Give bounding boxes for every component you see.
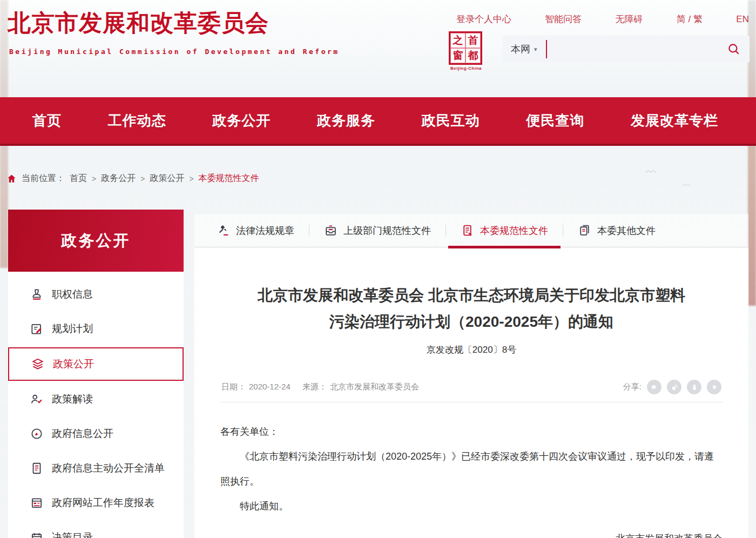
sidebar-menu: 职权信息 规划计划 政策公开 政策解读: [8, 272, 184, 538]
breadcrumb-item-gov-disclosure[interactable]: 政务公开: [101, 173, 136, 184]
document-category-tabs: 法律法规规章 上级部门规范性文件 本委规范性文件: [194, 214, 748, 247]
source-value: 北京市发展和改革委员会: [330, 382, 419, 391]
policy-interpret-icon: [30, 392, 44, 406]
main-content: 法律法规规章 上级部门规范性文件 本委规范性文件: [194, 214, 748, 538]
nav-item-convenience-query[interactable]: 便民查询: [526, 111, 584, 130]
beijing-china-seal-logo: 之 首 窗 都 Beijing-China: [449, 31, 483, 71]
breadcrumb-separator: >: [140, 174, 145, 183]
chevron-down-icon: ▾: [534, 46, 537, 53]
body-paragraph: 《北京市塑料污染治理行动计划（2020-2025年）》已经市委深改委第十四次会议…: [220, 445, 723, 494]
login-personal-center-link[interactable]: 登录个人中心: [456, 13, 511, 25]
nav-item-home[interactable]: 首页: [32, 111, 62, 130]
tab-label: 上级部门规范性文件: [343, 224, 431, 237]
bird-decoration: [645, 169, 659, 175]
breadcrumb-item-current: 本委规范性文件: [199, 173, 259, 184]
breadcrumb-item-home[interactable]: 首页: [70, 173, 87, 184]
seal-char: 都: [465, 48, 481, 63]
inbox-icon: [324, 224, 338, 237]
document-number: 京发改规〔2020〕8号: [220, 344, 723, 356]
body-paragraph: 特此通知。: [220, 494, 723, 519]
tab-commission-normative-documents[interactable]: 本委规范性文件: [446, 214, 563, 247]
seal-char: 窗: [450, 48, 465, 63]
smart-qa-link[interactable]: 智能问答: [545, 13, 582, 25]
sidebar-item-label: 政府信息主动公开全清单: [52, 461, 165, 475]
article-panel: 北京市发展和改革委员会 北京市生态环境局关于印发北京市塑料 污染治理行动计划（2…: [194, 247, 748, 538]
english-link[interactable]: EN: [736, 14, 749, 25]
annual-report-icon: [30, 496, 44, 510]
article-title-line2: 污染治理行动计划（2020-2025年）的通知: [220, 308, 723, 335]
sidebar-item-label: 职权信息: [52, 287, 93, 301]
signature: 北京市发展和改革委员会: [220, 527, 723, 538]
site-logo-title: 北京市发展和改革委员会: [8, 8, 269, 39]
breadcrumb-item-policy-disclosure[interactable]: 政策公开: [150, 173, 184, 184]
wechat-share-icon[interactable]: [647, 380, 662, 394]
source-label: 来源：: [302, 382, 327, 391]
sidebar-item-gov-info-disclosure[interactable]: 政府信息公开: [8, 416, 184, 451]
tab-superior-normative-documents[interactable]: 上级部门规范性文件: [309, 214, 446, 247]
red-document-icon: [461, 224, 474, 237]
bird-decoration: [681, 183, 693, 188]
search-bar: 本网 ▾: [502, 36, 750, 63]
article-meta-left: 日期：2020-12-24 来源：北京市发展和改革委员会: [221, 382, 422, 392]
tab-label: 本委规范性文件: [480, 224, 548, 237]
sidebar-item-decision-catalog[interactable]: 决策目录: [8, 520, 184, 538]
search-scope-label: 本网: [511, 43, 530, 56]
weibo-share-icon[interactable]: [667, 380, 681, 394]
site-logo-subtitle: Beijing Municipal Commission of Developm…: [9, 48, 340, 56]
breadcrumb-separator: >: [92, 174, 96, 183]
gavel-icon: [217, 224, 230, 237]
site-header: 北京市发展和改革委员会 Beijing Municipal Commission…: [0, 0, 756, 81]
stamp-icon: [30, 287, 44, 301]
sidebar-item-label: 政府网站工作年度报表: [52, 496, 154, 510]
seal-icon: 之 首 窗 都: [449, 31, 482, 65]
date-label: 日期：: [221, 382, 246, 391]
salutation: 各有关单位：: [220, 420, 723, 445]
sidebar-item-label: 政策解读: [52, 392, 93, 406]
article-meta-row: 日期：2020-12-24 来源：北京市发展和改革委员会 分享:: [220, 380, 723, 394]
breadcrumb: 当前位置： 首页 > 政务公开 > 政策公开 > 本委规范性文件: [6, 173, 259, 184]
primary-navigation: 首页 工作动态 政务公开 政务服务 政民互动 便民查询 发展改革专栏: [0, 97, 756, 146]
search-input[interactable]: [555, 44, 727, 54]
calendar-icon: [30, 530, 44, 538]
tab-commission-other-documents[interactable]: 本委其他文件: [563, 214, 670, 247]
sidebar: 政务公开 职权信息 规划计划 政策公开: [8, 210, 184, 538]
sidebar-item-proactive-disclosure-list[interactable]: 政府信息主动公开全清单: [8, 451, 184, 486]
simplified-traditional-toggle[interactable]: 简 / 繁: [677, 13, 703, 25]
breadcrumb-separator: >: [189, 174, 193, 183]
sidebar-item-authority-info[interactable]: 职权信息: [8, 277, 184, 312]
nav-item-gov-services[interactable]: 政务服务: [317, 111, 375, 130]
top-utility-links: 登录个人中心 智能问答 无障碍 简 / 繁 EN: [456, 13, 749, 25]
search-scope-dropdown[interactable]: 本网 ▾: [511, 43, 537, 56]
files-icon: [578, 224, 591, 237]
article-body: 各有关单位： 《北京市塑料污染治理行动计划（2020-2025年）》已经市委深改…: [220, 420, 723, 538]
plan-edit-icon: [30, 322, 44, 336]
meta-divider: [220, 402, 723, 402]
tab-label: 本委其他文件: [597, 224, 656, 237]
sidebar-item-label: 决策目录: [52, 530, 93, 538]
qzone-share-icon[interactable]: [707, 380, 721, 394]
sidebar-item-policy-interpretation[interactable]: 政策解读: [8, 382, 184, 416]
qq-share-icon[interactable]: [687, 380, 701, 394]
accessibility-link[interactable]: 无障碍: [616, 13, 643, 25]
nav-item-public-interaction[interactable]: 政民互动: [422, 111, 480, 130]
nav-item-gov-disclosure[interactable]: 政务公开: [212, 111, 271, 130]
sidebar-title: 政务公开: [62, 230, 131, 252]
breadcrumb-label: 当前位置：: [22, 173, 65, 184]
sidebar-item-label: 政策公开: [53, 357, 94, 371]
search-button[interactable]: [727, 42, 741, 56]
date-value: 2020-12-24: [249, 382, 291, 391]
nav-item-reform-column[interactable]: 发展改革专栏: [631, 111, 718, 130]
seal-char: 之: [450, 33, 465, 48]
share-bar: 分享:: [623, 380, 721, 394]
page-title: 北京市发展和改革委员会 北京市生态环境局关于印发北京市塑料 污染治理行动计划（2…: [220, 282, 723, 335]
sidebar-header: 政务公开: [8, 210, 184, 272]
sidebar-item-policy-disclosure[interactable]: 政策公开: [8, 347, 184, 381]
list-document-icon: [30, 461, 44, 475]
sidebar-item-website-annual-report[interactable]: 政府网站工作年度报表: [8, 486, 184, 520]
tab-laws-regulations[interactable]: 法律法规规章: [202, 214, 309, 247]
policy-layers-icon: [31, 357, 45, 371]
seal-caption: Beijing-China: [449, 66, 483, 71]
home-icon: [6, 173, 17, 184]
sidebar-item-plans[interactable]: 规划计划: [8, 312, 184, 346]
nav-item-work-updates[interactable]: 工作动态: [108, 111, 166, 130]
